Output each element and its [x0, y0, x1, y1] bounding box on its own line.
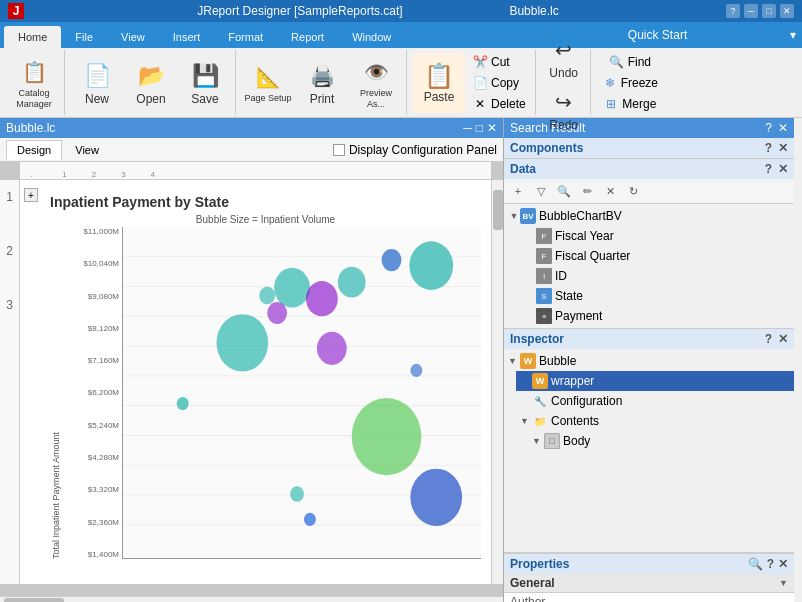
tab-view[interactable]: View	[64, 140, 110, 159]
general-expand-icon: ▼	[779, 578, 788, 588]
data-edit-button[interactable]: ✏	[577, 181, 597, 201]
general-header[interactable]: General ▼	[504, 574, 794, 592]
freeze-button[interactable]: ❄ Freeze	[597, 73, 663, 93]
canvas-area: . 1 2 3 4 1 2 3 + Inpatient Payment by S…	[0, 162, 503, 596]
undo-icon: ↩	[548, 34, 580, 66]
svg-point-16	[259, 287, 275, 305]
page-setup-button[interactable]: 📐 Page Setup	[242, 53, 294, 113]
inspector-configuration[interactable]: 🔧 Configuration	[516, 391, 794, 411]
data-close[interactable]: ✕	[778, 162, 788, 176]
cut-button[interactable]: ✂️ Cut	[467, 52, 531, 72]
copy-button[interactable]: 📄 Copy	[467, 73, 531, 93]
inspector-help[interactable]: ?	[765, 332, 772, 346]
inspector-indent2: ▼ □ Body	[528, 431, 794, 451]
delete-button[interactable]: ✕ Delete	[467, 94, 531, 114]
title-text: JReport Designer [SampleReports.cat] Bub…	[30, 4, 726, 18]
inspector-wrapper-label: wrapper	[551, 374, 594, 388]
tree-item-bv[interactable]: ▼ BV BubbleChartBV	[504, 206, 794, 226]
search-result-help[interactable]: ?	[765, 121, 772, 135]
components-header[interactable]: Components ? ✕	[504, 138, 794, 158]
tree-state[interactable]: S State	[520, 286, 794, 306]
tab-report[interactable]: Report	[277, 26, 338, 48]
inspector-body[interactable]: ▼ □ Body	[528, 431, 794, 451]
copy-icon: 📄	[472, 75, 488, 91]
components-help[interactable]: ?	[765, 141, 772, 155]
find-button[interactable]: 🔍 Find	[604, 52, 656, 72]
tab-design[interactable]: Design	[6, 140, 62, 160]
data-refresh-button[interactable]: ↻	[623, 181, 643, 201]
inspector-header[interactable]: Inspector ? ✕	[504, 329, 794, 349]
inspector-wrapper[interactable]: W wrapper	[516, 371, 794, 391]
properties-close[interactable]: ✕	[778, 557, 788, 571]
tree-id[interactable]: I ID	[520, 266, 794, 286]
data-section-header[interactable]: Data ? ✕	[504, 159, 794, 179]
restore-panel-button[interactable]: □	[476, 121, 483, 135]
preview-as-button[interactable]: 👁️ Preview As...	[350, 53, 402, 113]
data-filter-button[interactable]: ▽	[531, 181, 551, 201]
svg-point-18	[317, 332, 347, 365]
tab-insert[interactable]: Insert	[159, 26, 215, 48]
maximize-button[interactable]: □	[762, 4, 776, 18]
save-button[interactable]: 💾 Save	[179, 53, 231, 113]
help-button[interactable]: ?	[726, 4, 740, 18]
id-icon: I	[536, 268, 552, 284]
tree-fiscal-year[interactable]: F Fiscal Year	[520, 226, 794, 246]
tree-expand-bv[interactable]: ▼	[508, 210, 520, 222]
ribbon-toolbar: 📋 Catalog Manager 📄 New 📂 Open 💾 Save	[0, 48, 802, 118]
tab-view[interactable]: View	[107, 26, 159, 48]
bubble-w-icon: W	[520, 353, 536, 369]
tree-payment[interactable]: ≡ Payment	[520, 306, 794, 326]
undo-button[interactable]: ↩ Undo	[542, 32, 586, 82]
canvas-content: + Inpatient Payment by State Bubble Size…	[20, 180, 491, 584]
close-button[interactable]: ✕	[780, 4, 794, 18]
display-config-label: Display Configuration Panel	[349, 143, 497, 157]
tab-window[interactable]: Window	[338, 26, 405, 48]
catalog-manager-button[interactable]: 📋 Catalog Manager	[8, 53, 60, 113]
components-close[interactable]: ✕	[778, 141, 788, 155]
inspector-contents[interactable]: ▼ 📁 Contents	[516, 411, 794, 431]
inspector-bubble[interactable]: ▼ W Bubble	[504, 351, 794, 371]
properties-help[interactable]: ?	[767, 557, 774, 571]
data-add-button[interactable]: +	[508, 181, 528, 201]
display-config-checkbox[interactable]	[333, 144, 345, 156]
wrapper-w-icon: W	[532, 373, 548, 389]
merge-button[interactable]: ⊞ Merge	[598, 94, 661, 114]
print-button[interactable]: 🖨️ Print	[296, 53, 348, 113]
new-button[interactable]: 📄 New	[71, 53, 123, 113]
inspector-body-label: Body	[563, 434, 590, 448]
data-delete-button[interactable]: ✕	[600, 181, 620, 201]
tab-file[interactable]: File	[61, 26, 107, 48]
canvas-hscrollbar[interactable]	[0, 596, 503, 602]
properties-search-icon[interactable]: 🔍	[748, 557, 763, 571]
bubble-chart-svg	[123, 227, 481, 558]
components-title: Components	[510, 141, 583, 155]
tree-fiscal-quarter[interactable]: F Fiscal Quarter	[520, 246, 794, 266]
data-search-button[interactable]: 🔍	[554, 181, 574, 201]
svg-point-19	[410, 364, 422, 377]
inspector-controls: ? ✕	[765, 332, 788, 346]
tab-format[interactable]: Format	[214, 26, 277, 48]
open-button[interactable]: 📂 Open	[125, 53, 177, 113]
canvas-vscrollbar[interactable]	[491, 180, 503, 584]
inspector-indent: W wrapper 🔧 Configuration ▼ 📁 Contents	[516, 371, 794, 451]
data-controls: ? ✕	[765, 162, 788, 176]
paste-button[interactable]: 📋 Paste	[413, 53, 465, 113]
canvas-vscroll-thumb[interactable]	[493, 190, 503, 230]
canvas-hscroll-thumb[interactable]	[4, 598, 64, 603]
preview-icon: 👁️	[360, 56, 392, 88]
ruler-top: . 1 2 3 4	[20, 162, 491, 180]
payment-icon: ≡	[536, 308, 552, 324]
window-controls: ? ─ □ ✕	[726, 4, 794, 18]
minimize-panel-button[interactable]: ─	[463, 121, 472, 135]
inspector-close[interactable]: ✕	[778, 332, 788, 346]
print-icon: 🖨️	[306, 60, 338, 92]
add-element-button[interactable]: +	[24, 188, 38, 202]
ribbon-tabs: Home File View Insert Format Report Wind…	[0, 22, 802, 48]
search-result-close[interactable]: ✕	[778, 121, 788, 135]
minimize-button[interactable]: ─	[744, 4, 758, 18]
close-panel-button[interactable]: ✕	[487, 121, 497, 135]
redo-button[interactable]: ↪ Redo	[542, 84, 586, 134]
tab-home[interactable]: Home	[4, 26, 61, 48]
data-help[interactable]: ?	[765, 162, 772, 176]
state-icon: S	[536, 288, 552, 304]
